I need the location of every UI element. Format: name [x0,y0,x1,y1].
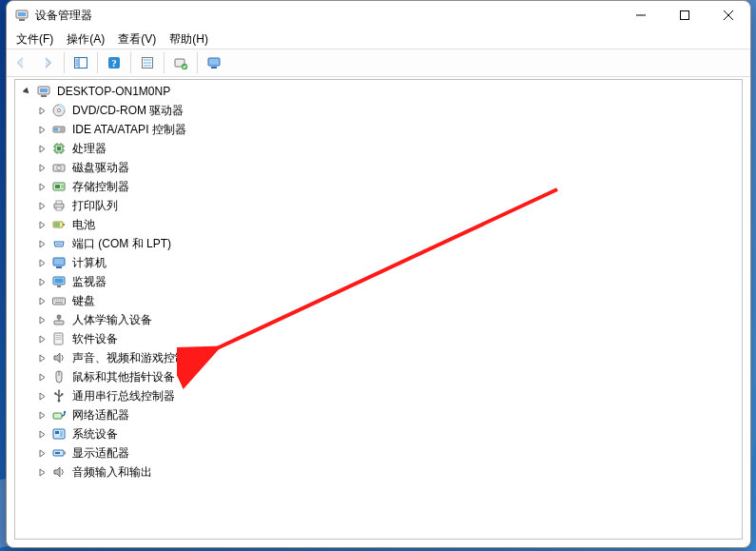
expander-icon[interactable] [34,217,49,232]
tree-category-label[interactable]: 声音、视频和游戏控制器 [70,348,200,367]
device-category-icon [51,388,67,403]
show-hide-tree-button[interactable] [68,50,93,75]
expander-icon[interactable] [34,236,49,251]
expander-icon[interactable] [34,141,49,156]
close-button[interactable] [707,1,750,30]
tree-category-node[interactable]: 音频输入和输出 [15,462,742,482]
tree-root-node[interactable]: DESKTOP-ON1M0NP [15,82,742,101]
maximize-button[interactable] [663,1,707,30]
expander-icon[interactable] [34,426,49,442]
tree-category-label[interactable]: 通用串行总线控制器 [70,386,177,405]
tree-category-node[interactable]: 声音、视频和游戏控制器 [15,348,742,367]
expander-icon[interactable] [34,331,49,346]
svg-rect-2 [19,19,25,21]
tree-category-label[interactable]: 打印队列 [70,196,120,215]
menu-action[interactable]: 操作(A) [61,30,110,49]
svg-rect-54 [55,279,64,284]
svg-marker-75 [58,389,61,391]
tree-category-label[interactable]: 网络适配器 [70,405,131,424]
svg-rect-41 [61,185,64,188]
device-category-icon [51,426,67,442]
help-button[interactable]: ? [102,50,126,75]
tree-category-node[interactable]: 打印队列 [15,196,742,215]
device-category-icon [51,103,67,118]
expander-icon[interactable] [34,274,49,289]
expander-icon[interactable] [34,350,49,365]
tree-category-node[interactable]: 监视器 [15,272,742,291]
expander-icon[interactable] [34,388,49,403]
svg-rect-46 [63,224,65,226]
tree-category-label[interactable]: 电池 [70,215,97,234]
back-button[interactable] [9,50,33,75]
expander-icon[interactable] [34,312,49,327]
forward-button[interactable] [35,50,60,75]
toolbar-separator [164,52,165,73]
expander-icon[interactable] [34,445,49,461]
tree-category-label[interactable]: 存储控制器 [70,177,131,196]
tree-category-label[interactable]: 处理器 [70,139,108,158]
tree-category-node[interactable]: 人体学输入设备 [15,310,742,329]
tree-category-node[interactable]: 电池 [15,215,742,234]
remote-computer-button[interactable] [202,50,226,75]
toolbar-separator [97,52,98,73]
svg-rect-55 [57,285,61,287]
svg-rect-43 [56,201,62,204]
expander-icon[interactable] [34,369,49,384]
expander-icon[interactable] [19,84,34,99]
device-category-icon [51,312,67,327]
tree-category-label[interactable]: DVD/CD-ROM 驱动器 [70,101,185,120]
tree-category-node[interactable]: 存储控制器 [15,177,742,196]
tree-category-node[interactable]: 端口 (COM 和 LPT) [15,234,742,253]
tree-category-label[interactable]: 人体学输入设备 [70,310,154,329]
properties-button[interactable] [135,50,160,75]
expander-icon[interactable] [34,255,49,270]
tree-category-node[interactable]: 磁盘驱动器 [15,158,742,177]
tree-category-label[interactable]: 鼠标和其他指针设备 [70,367,177,386]
tree-category-node[interactable]: IDE ATA/ATAPI 控制器 [15,120,742,139]
menu-help[interactable]: 帮助(H) [164,30,214,49]
menu-file[interactable]: 文件(F) [10,30,59,49]
expander-icon[interactable] [34,122,49,137]
tree-category-node[interactable]: 计算机 [15,253,742,272]
expander-icon[interactable] [34,407,49,423]
tree-category-node[interactable]: 系统设备 [15,424,742,443]
device-category-icon [51,122,67,137]
tree-category-node[interactable]: 显示适配器 [15,443,742,462]
tree-category-label[interactable]: 计算机 [70,253,108,272]
svg-rect-52 [56,266,62,268]
tree-category-label[interactable]: 系统设备 [70,424,120,443]
tree-category-label[interactable]: IDE ATA/ATAPI 控制器 [70,120,188,139]
svg-rect-23 [54,128,58,131]
toolbar: ? [7,49,750,77]
expander-icon[interactable] [34,103,49,118]
tree-category-label[interactable]: 显示适配器 [70,443,131,462]
tree-category-node[interactable]: 通用串行总线控制器 [15,386,742,405]
svg-point-50 [60,244,61,245]
svg-rect-61 [62,300,63,301]
expander-icon[interactable] [34,179,49,194]
tree-category-node[interactable]: 网络适配器 [15,405,742,424]
scan-hardware-button[interactable] [168,50,193,75]
svg-rect-47 [54,223,60,226]
expander-icon[interactable] [34,464,49,480]
tree-category-node[interactable]: 软件设备 [15,329,742,348]
tree-category-label[interactable]: 键盘 [70,291,97,310]
minimize-button[interactable] [619,1,663,30]
tree-category-node[interactable]: 处理器 [15,139,742,158]
device-tree[interactable]: DESKTOP-ON1M0NPDVD/CD-ROM 驱动器IDE ATA/ATA… [15,80,742,482]
tree-category-node[interactable]: 键盘 [15,291,742,310]
tree-category-node[interactable]: 鼠标和其他指针设备 [15,367,742,386]
app-icon [14,8,29,23]
expander-icon[interactable] [34,160,49,175]
tree-root-label[interactable]: DESKTOP-ON1M0NP [55,82,172,101]
svg-rect-59 [58,300,59,301]
tree-category-node[interactable]: DVD/CD-ROM 驱动器 [15,101,742,120]
tree-category-label[interactable]: 音频输入和输出 [70,462,154,482]
tree-category-label[interactable]: 软件设备 [70,329,120,348]
tree-category-label[interactable]: 监视器 [70,272,108,291]
tree-category-label[interactable]: 端口 (COM 和 LPT) [70,234,173,253]
expander-icon[interactable] [34,293,49,308]
expander-icon[interactable] [34,198,49,213]
tree-category-label[interactable]: 磁盘驱动器 [70,158,131,177]
menu-view[interactable]: 查看(V) [112,30,162,49]
